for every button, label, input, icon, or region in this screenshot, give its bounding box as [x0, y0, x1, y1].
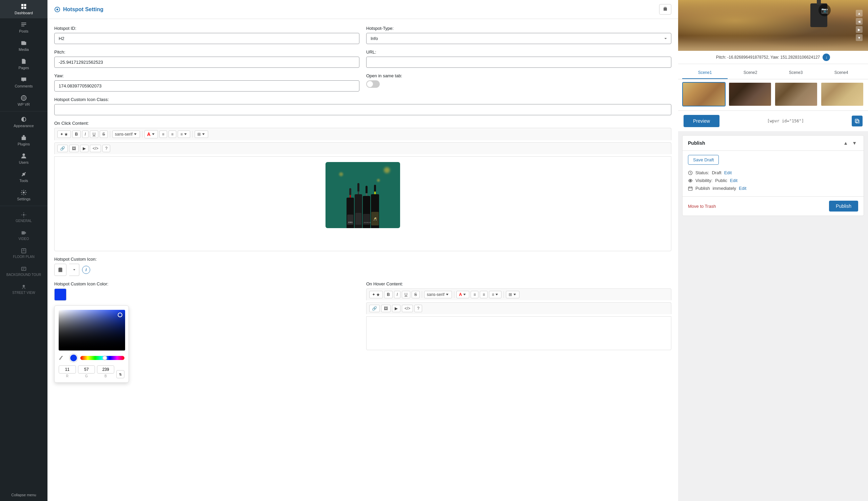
toolbar-align-btn[interactable]: ≡ [178, 130, 190, 138]
move-trash-link[interactable]: Move to Trash [688, 204, 716, 209]
sidebar-item-pages[interactable]: Pages [0, 55, 47, 73]
hover-toolbar-code[interactable]: </> [402, 305, 413, 312]
toolbar-embed-btn[interactable]: ▶ [80, 145, 88, 152]
hover-toolbar-numbered[interactable]: ≡ [480, 291, 488, 298]
vr-camera-button[interactable]: 📷 [818, 4, 831, 16]
scene-tab-2[interactable]: Scene2 [728, 68, 773, 79]
hover-toolbar-link[interactable]: 🔗 [369, 305, 380, 312]
status-edit-link[interactable]: Edit [724, 170, 732, 175]
save-draft-button[interactable]: Save Draft [688, 155, 719, 165]
pitch-yaw-down-button[interactable]: ↓ [823, 54, 830, 61]
vr-nav-right[interactable]: ▶ [856, 26, 862, 33]
sidebar-item-posts[interactable]: Posts [0, 18, 47, 36]
icon-dropdown-button[interactable] [69, 264, 80, 276]
scene-thumb-1[interactable] [682, 82, 726, 106]
delete-hotspot-button[interactable] [659, 4, 671, 14]
publish-time-edit-link[interactable]: Edit [739, 186, 746, 191]
sidebar-item-plugins[interactable]: Plugins [0, 131, 47, 149]
pitch-input[interactable] [54, 57, 359, 68]
sidebar-item-wpvr[interactable]: WP VR [0, 92, 47, 110]
toolbar-color-btn[interactable]: A [145, 130, 158, 138]
hover-editor-content[interactable] [366, 316, 671, 350]
sidebar-item-appearance[interactable]: Appearance [0, 113, 47, 131]
sidebar-section-background-tour[interactable]: BACKGROUND TOUR [0, 262, 47, 279]
hotspot-id-input[interactable] [54, 33, 359, 44]
collapse-menu-button[interactable]: Collapse menu [0, 489, 47, 501]
vr-preview-inner [678, 0, 868, 51]
icon-box[interactable] [54, 264, 66, 276]
toolbar-image-btn[interactable]: 🖼 [69, 145, 79, 152]
hover-toolbar-embed[interactable]: ▶ [392, 305, 400, 312]
scene-tab-1[interactable]: Scene1 [682, 68, 728, 79]
publish-collapse-down-button[interactable]: ▼ [851, 140, 858, 147]
publish-collapse-up-button[interactable]: ▲ [842, 140, 849, 147]
vr-nav-down[interactable]: ▼ [856, 34, 862, 41]
toolbar-help-btn[interactable]: ? [103, 145, 110, 152]
vr-nav-up[interactable]: ▲ [856, 10, 862, 17]
hotspot-type-select-wrapper: Info URL Custom [366, 33, 671, 44]
sidebar-item-comments[interactable]: Comments [0, 73, 47, 92]
color-swatch[interactable] [54, 288, 66, 301]
rainbow-hue-slider[interactable] [80, 356, 125, 360]
toolbar-italic-btn[interactable]: I [82, 130, 88, 138]
hover-toolbar-color[interactable]: A [456, 291, 469, 298]
scene-thumb-3[interactable] [774, 82, 818, 106]
eyedropper-button[interactable] [59, 354, 67, 362]
hotspot-type-select[interactable]: Info URL Custom [366, 33, 671, 44]
hover-toolbar-bold[interactable]: B [384, 291, 393, 298]
svg-rect-9 [23, 135, 24, 137]
sidebar-item-tools[interactable]: Tools [0, 168, 47, 186]
same-tab-toggle[interactable] [366, 80, 380, 88]
preview-button[interactable]: Preview [684, 115, 720, 127]
toolbar-bullet-list-btn[interactable]: ≡ [159, 130, 167, 138]
rgb-b-input[interactable] [97, 365, 114, 374]
visibility-edit-link[interactable]: Edit [730, 178, 738, 183]
hover-toolbar-font[interactable]: sans-serif [424, 291, 452, 298]
toolbar-code-btn[interactable]: </> [90, 145, 101, 152]
vr-nav-left[interactable]: ◀ [856, 18, 862, 25]
hover-toolbar-align[interactable]: ≡ [489, 291, 501, 298]
icon-class-input[interactable] [54, 104, 671, 115]
rgb-r-input[interactable] [59, 365, 76, 374]
copy-shortcode-button[interactable] [852, 116, 862, 126]
hover-toolbar-help[interactable]: ? [414, 305, 422, 312]
toolbar-font-select[interactable]: sans-serif [112, 130, 140, 138]
hover-toolbar-bullets[interactable]: ≡ [470, 291, 478, 298]
sidebar-item-users[interactable]: Users [0, 149, 47, 168]
toolbar-format-btn[interactable]: ✦ [57, 130, 71, 138]
yaw-input[interactable] [54, 80, 359, 92]
color-cursor[interactable] [118, 312, 123, 317]
toolbar-numbered-list-btn[interactable]: ≡ [169, 130, 176, 138]
rgb-g-input[interactable] [78, 365, 95, 374]
sidebar-item-dashboard[interactable]: Dashboard [0, 0, 47, 18]
toolbar-strikethrough-btn[interactable]: S [100, 130, 108, 138]
onclick-editor-content[interactable]: JONS [54, 156, 671, 251]
hover-toolbar-table[interactable]: ⊞ [506, 291, 519, 298]
url-input[interactable] [366, 57, 671, 68]
scene-thumb-4[interactable] [821, 82, 864, 106]
toolbar-table-btn[interactable]: ⊞ [194, 130, 208, 138]
color-gradient-area[interactable] [59, 310, 125, 351]
rgb-mode-toggle[interactable]: ⇅ [116, 370, 125, 378]
hover-toolbar-strike[interactable]: S [412, 291, 420, 298]
sidebar-item-settings[interactable]: Settings [0, 186, 47, 204]
toolbar-link-btn[interactable]: 🔗 [57, 145, 68, 152]
toolbar-bold-btn[interactable]: B [72, 130, 81, 138]
info-icon-button[interactable]: i [82, 266, 90, 274]
publish-button[interactable]: Publish [829, 201, 858, 212]
form-group-yaw: Yaw: [54, 73, 359, 92]
sidebar-section-street-view[interactable]: STREET VIEW [0, 279, 47, 297]
scene-tab-3[interactable]: Scene3 [773, 68, 818, 79]
sidebar-section-general[interactable]: GENERAL [0, 207, 47, 225]
scene-tab-4[interactable]: Scene4 [818, 68, 864, 79]
form-row-icon-class: Hotspot Custom Icon Class: [54, 97, 671, 115]
hover-toolbar-image[interactable]: 🖼 [381, 305, 391, 312]
sidebar-item-media[interactable]: Media [0, 36, 47, 55]
hover-toolbar-underline[interactable]: U [402, 291, 410, 298]
hover-toolbar-italic[interactable]: I [394, 291, 400, 298]
scene-thumb-2[interactable] [728, 82, 772, 106]
hover-toolbar-format[interactable]: ✦ [369, 291, 383, 298]
sidebar-section-video[interactable]: VIDEO [0, 225, 47, 243]
toolbar-underline-btn[interactable]: U [90, 130, 98, 138]
sidebar-section-floor-plan[interactable]: FLOOR PLAN [0, 243, 47, 262]
